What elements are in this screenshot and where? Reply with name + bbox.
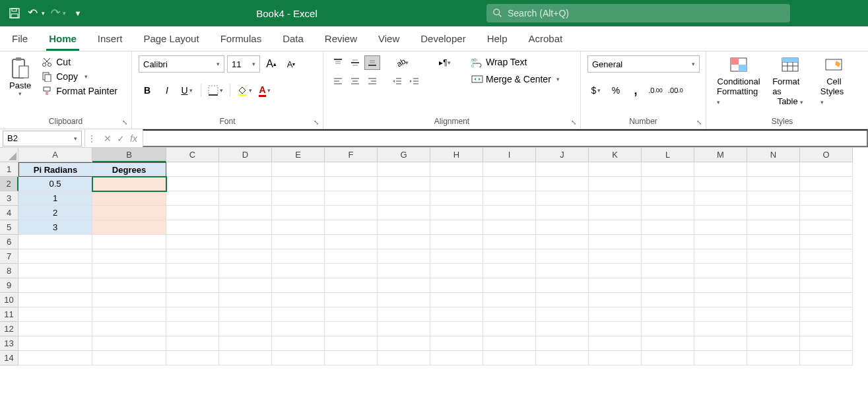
- cell-N5[interactable]: [747, 220, 800, 235]
- search-box[interactable]: [486, 4, 790, 22]
- cell-E8[interactable]: [272, 264, 325, 278]
- cell-I6[interactable]: [483, 235, 536, 249]
- cell-G3[interactable]: [378, 191, 430, 206]
- cell-A4[interactable]: 2: [18, 206, 92, 220]
- cell-G8[interactable]: [378, 264, 430, 278]
- wrap-text-button[interactable]: abcWrap Text: [469, 55, 562, 69]
- select-all-corner[interactable]: [0, 148, 18, 162]
- cell-G10[interactable]: [378, 293, 430, 307]
- tab-page-layout[interactable]: Page Layout: [141, 29, 201, 51]
- save-button[interactable]: [5, 4, 24, 22]
- cell-B1[interactable]: Degrees: [92, 162, 166, 177]
- cell-C12[interactable]: [166, 322, 219, 336]
- cell-F7[interactable]: [325, 249, 378, 264]
- cell-A10[interactable]: [18, 293, 92, 307]
- cell-D9[interactable]: [219, 278, 272, 293]
- tab-home[interactable]: Home: [46, 29, 79, 51]
- cell-A7[interactable]: [18, 249, 92, 264]
- col-header-G[interactable]: G: [378, 148, 430, 162]
- cell-K11[interactable]: [589, 307, 642, 322]
- col-header-O[interactable]: O: [800, 148, 853, 162]
- cell-F13[interactable]: [325, 336, 378, 351]
- cell-N7[interactable]: [747, 249, 800, 264]
- cell-O4[interactable]: [800, 206, 853, 220]
- cut-button[interactable]: Cut: [38, 55, 121, 69]
- cell-H9[interactable]: [430, 278, 483, 293]
- cell-H11[interactable]: [430, 307, 483, 322]
- cell-B9[interactable]: [92, 278, 166, 293]
- cell-O6[interactable]: [800, 235, 853, 249]
- cell-M13[interactable]: [694, 336, 747, 351]
- cell-O1[interactable]: [800, 162, 853, 177]
- cell-E1[interactable]: [272, 162, 325, 177]
- row-header-1[interactable]: 1: [0, 162, 18, 177]
- cell-G14[interactable]: [378, 351, 430, 365]
- cell-M4[interactable]: [694, 206, 747, 220]
- cell-E6[interactable]: [272, 235, 325, 249]
- cell-O14[interactable]: [800, 351, 853, 365]
- cell-O7[interactable]: [800, 249, 853, 264]
- cell-A12[interactable]: [18, 322, 92, 336]
- cell-K3[interactable]: [589, 191, 642, 206]
- col-header-J[interactable]: J: [536, 148, 589, 162]
- underline-button[interactable]: U▾: [178, 82, 195, 99]
- cell-E3[interactable]: [272, 191, 325, 206]
- cell-N10[interactable]: [747, 293, 800, 307]
- comma-format-button[interactable]: ,: [627, 82, 644, 99]
- cell-N8[interactable]: [747, 264, 800, 278]
- col-header-E[interactable]: E: [272, 148, 325, 162]
- cell-D14[interactable]: [219, 351, 272, 365]
- copy-button[interactable]: Copy▾: [38, 70, 121, 83]
- cell-B11[interactable]: [92, 307, 166, 322]
- number-dialog-launcher[interactable]: ⤡: [694, 117, 704, 127]
- cell-J3[interactable]: [536, 191, 589, 206]
- cell-O12[interactable]: [800, 322, 853, 336]
- cell-J12[interactable]: [536, 322, 589, 336]
- cell-I14[interactable]: [483, 351, 536, 365]
- cell-E4[interactable]: [272, 206, 325, 220]
- cell-H14[interactable]: [430, 351, 483, 365]
- cell-B2[interactable]: [92, 177, 166, 191]
- cell-O11[interactable]: [800, 307, 853, 322]
- cell-C10[interactable]: [166, 293, 219, 307]
- row-header-5[interactable]: 5: [0, 220, 18, 235]
- cell-H6[interactable]: [430, 235, 483, 249]
- increase-decimal-button[interactable]: .0.00: [647, 82, 664, 99]
- cell-N2[interactable]: [747, 177, 800, 191]
- row-header-6[interactable]: 6: [0, 235, 18, 249]
- row-header-4[interactable]: 4: [0, 206, 18, 220]
- cell-D10[interactable]: [219, 293, 272, 307]
- cell-O2[interactable]: [800, 177, 853, 191]
- col-header-L[interactable]: L: [642, 148, 694, 162]
- cell-O13[interactable]: [800, 336, 853, 351]
- cell-E14[interactable]: [272, 351, 325, 365]
- bold-button[interactable]: B: [139, 82, 156, 99]
- cell-N13[interactable]: [747, 336, 800, 351]
- cell-C11[interactable]: [166, 307, 219, 322]
- decrease-decimal-button[interactable]: .00.0: [667, 82, 684, 99]
- cell-J14[interactable]: [536, 351, 589, 365]
- align-bottom-button[interactable]: [364, 55, 380, 70]
- col-header-B[interactable]: B: [92, 148, 166, 162]
- cell-E13[interactable]: [272, 336, 325, 351]
- row-header-3[interactable]: 3: [0, 191, 18, 206]
- cell-F11[interactable]: [325, 307, 378, 322]
- cell-N4[interactable]: [747, 206, 800, 220]
- cell-D2[interactable]: [219, 177, 272, 191]
- row-header-8[interactable]: 8: [0, 264, 18, 278]
- increase-indent-button[interactable]: [407, 74, 422, 88]
- cell-C13[interactable]: [166, 336, 219, 351]
- cell-L5[interactable]: [642, 220, 694, 235]
- cell-A5[interactable]: 3: [18, 220, 92, 235]
- cell-I7[interactable]: [483, 249, 536, 264]
- cell-D6[interactable]: [219, 235, 272, 249]
- cell-H4[interactable]: [430, 206, 483, 220]
- cell-O8[interactable]: [800, 264, 853, 278]
- cell-L12[interactable]: [642, 322, 694, 336]
- cell-D8[interactable]: [219, 264, 272, 278]
- orientation-button[interactable]: ab▾: [389, 55, 416, 70]
- fx-button[interactable]: fx: [130, 133, 137, 144]
- cell-N11[interactable]: [747, 307, 800, 322]
- cell-F10[interactable]: [325, 293, 378, 307]
- increase-font-button[interactable]: A▴: [263, 55, 280, 73]
